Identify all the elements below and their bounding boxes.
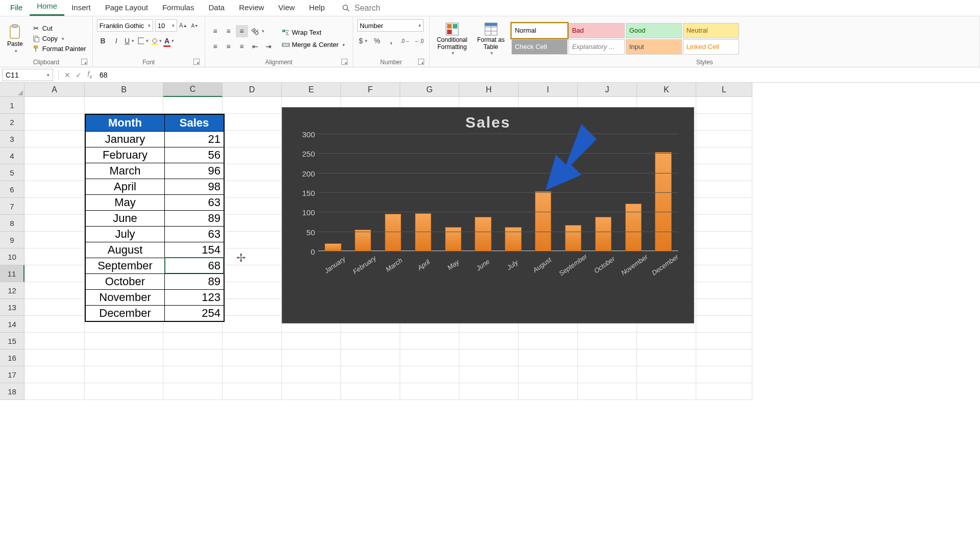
- decrease-decimal-button[interactable]: ←.0: [413, 35, 425, 47]
- chart-bar[interactable]: [325, 243, 341, 252]
- cell[interactable]: [223, 282, 282, 299]
- menu-home[interactable]: Home: [30, 0, 64, 16]
- table-row[interactable]: May63: [86, 194, 224, 210]
- column-header[interactable]: E: [282, 83, 341, 97]
- comma-button[interactable]: ,: [385, 35, 397, 47]
- cell[interactable]: [24, 282, 85, 299]
- cell[interactable]: [282, 383, 341, 400]
- dialog-launcher-icon[interactable]: [81, 59, 87, 65]
- cell[interactable]: [519, 366, 578, 383]
- cell[interactable]: [696, 383, 752, 400]
- column-header[interactable]: G: [400, 83, 459, 97]
- chart-bar[interactable]: [655, 152, 671, 252]
- chart-bar[interactable]: [385, 214, 401, 252]
- cell[interactable]: [163, 366, 223, 383]
- cell[interactable]: [282, 366, 341, 383]
- underline-button[interactable]: U▾: [124, 35, 136, 47]
- cell[interactable]: [696, 147, 752, 164]
- menu-view[interactable]: View: [271, 0, 302, 16]
- menu-formulas[interactable]: Formulas: [155, 0, 202, 16]
- style-cell[interactable]: Linked Cell: [683, 39, 739, 55]
- cell[interactable]: [24, 114, 85, 131]
- cell[interactable]: [24, 383, 85, 400]
- style-cell[interactable]: Good: [626, 23, 682, 38]
- row-header[interactable]: 18: [0, 383, 24, 400]
- chart-bar[interactable]: [445, 227, 461, 252]
- chart-bar[interactable]: [565, 225, 581, 252]
- cell[interactable]: [223, 366, 282, 383]
- cell[interactable]: [24, 349, 85, 366]
- orientation-button[interactable]: ab▾: [249, 25, 267, 37]
- row-header[interactable]: 12: [0, 282, 24, 299]
- formula-input[interactable]: 68: [95, 71, 980, 79]
- cell[interactable]: [696, 349, 752, 366]
- font-name-combo[interactable]: Franklin Gothic M▾: [97, 19, 153, 32]
- cell[interactable]: [282, 349, 341, 366]
- italic-button[interactable]: I: [110, 35, 122, 47]
- cancel-edit-button[interactable]: ✕: [62, 71, 73, 79]
- row-header[interactable]: 4: [0, 147, 24, 164]
- cell[interactable]: [24, 198, 85, 215]
- cell[interactable]: [85, 349, 163, 366]
- format-painter-button[interactable]: Format Painter: [30, 44, 88, 54]
- column-header[interactable]: I: [519, 83, 578, 97]
- cell[interactable]: [459, 366, 519, 383]
- chart-bar[interactable]: [355, 230, 371, 252]
- cell[interactable]: [696, 198, 752, 215]
- cell[interactable]: [223, 215, 282, 232]
- cell[interactable]: [578, 349, 637, 366]
- cell[interactable]: [223, 181, 282, 198]
- row-header[interactable]: 5: [0, 164, 24, 181]
- confirm-edit-button[interactable]: ✓: [73, 71, 84, 79]
- cell[interactable]: [637, 333, 696, 349]
- cell[interactable]: [341, 333, 400, 349]
- row-header[interactable]: 13: [0, 299, 24, 316]
- merge-center-button[interactable]: Merge & Center▾: [282, 41, 346, 49]
- cell[interactable]: [696, 282, 752, 299]
- cell[interactable]: [24, 299, 85, 316]
- cell[interactable]: [459, 349, 519, 366]
- decrease-indent-button[interactable]: ⇤: [249, 40, 261, 53]
- cell[interactable]: [637, 383, 696, 400]
- font-color-button[interactable]: A▾: [163, 35, 176, 47]
- table-row[interactable]: April98: [86, 179, 224, 194]
- table-row[interactable]: September68: [86, 258, 224, 273]
- cell[interactable]: [24, 181, 85, 198]
- table-row[interactable]: October89: [86, 273, 224, 289]
- row-header[interactable]: 15: [0, 333, 24, 349]
- row-header[interactable]: 16: [0, 349, 24, 366]
- row-header[interactable]: 3: [0, 131, 24, 147]
- bold-button[interactable]: B: [97, 35, 109, 47]
- copy-button[interactable]: Copy▾: [30, 34, 88, 43]
- increase-indent-button[interactable]: ⇥: [262, 40, 275, 53]
- cell[interactable]: [223, 265, 282, 282]
- cell[interactable]: [696, 215, 752, 232]
- align-middle-button[interactable]: ≡: [223, 25, 235, 37]
- border-button[interactable]: ▾: [137, 35, 149, 47]
- select-all-corner[interactable]: [0, 83, 24, 97]
- cell[interactable]: [223, 232, 282, 248]
- cell[interactable]: [223, 383, 282, 400]
- dialog-launcher-icon[interactable]: [341, 59, 348, 65]
- cell[interactable]: [24, 147, 85, 164]
- style-cell[interactable]: Normal: [511, 23, 568, 38]
- cell[interactable]: [24, 316, 85, 333]
- align-left-button[interactable]: ≡: [209, 40, 222, 53]
- table-row[interactable]: January21: [86, 131, 224, 147]
- cell[interactable]: [696, 248, 752, 265]
- cell[interactable]: [341, 366, 400, 383]
- format-as-table-button[interactable]: Format as Table▾: [473, 22, 509, 56]
- name-box[interactable]: C11▾: [2, 69, 53, 81]
- cell[interactable]: [223, 333, 282, 349]
- table-row[interactable]: July63: [86, 226, 224, 242]
- cell[interactable]: [223, 316, 282, 333]
- cell[interactable]: [24, 215, 85, 232]
- style-cell[interactable]: Check Cell: [511, 39, 568, 55]
- row-header[interactable]: 9: [0, 232, 24, 248]
- cell[interactable]: [696, 265, 752, 282]
- table-row[interactable]: November123: [86, 289, 224, 305]
- cell[interactable]: [519, 349, 578, 366]
- column-header[interactable]: H: [459, 83, 519, 97]
- cell[interactable]: [223, 97, 282, 114]
- cell[interactable]: [578, 366, 637, 383]
